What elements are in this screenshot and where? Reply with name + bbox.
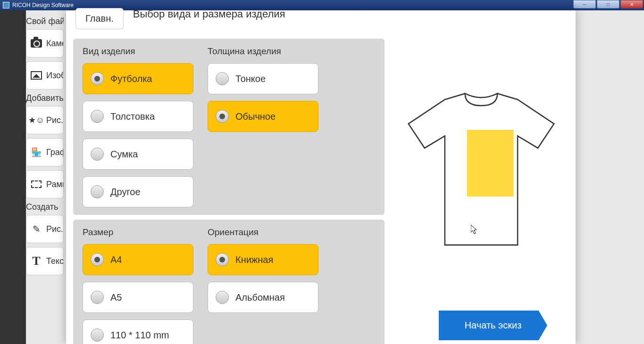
radio-icon xyxy=(216,110,229,123)
radio-normal[interactable]: Обычное xyxy=(208,101,318,132)
radio-icon xyxy=(91,291,104,304)
sidebar-section-add: Добавить xyxy=(26,93,64,103)
radio-icon xyxy=(91,147,104,161)
sidebar-btn-label: Графика xyxy=(46,147,64,157)
radio-icon xyxy=(91,328,104,342)
radio-icon xyxy=(91,72,104,85)
sidebar-btn-clipart[interactable]: ★☺ Рис. xyxy=(26,106,64,134)
store-icon: 🏪 xyxy=(30,147,42,157)
image-icon xyxy=(30,70,42,81)
orientation-heading: Ориентация xyxy=(208,227,318,238)
radio-thin[interactable]: Тонкое xyxy=(208,63,318,94)
sidebar-btn-frame[interactable]: Рамка xyxy=(26,170,64,198)
radio-a5[interactable]: A5 xyxy=(83,282,193,313)
radio-landscape[interactable]: Альбомная xyxy=(208,282,318,313)
product-type-heading: Вид изделия xyxy=(83,46,193,57)
radio-bag[interactable]: Сумка xyxy=(83,139,193,170)
sidebar-btn-label: Изображ. xyxy=(46,71,64,81)
sidebar: Свой файл Камера Изображ. Добавить ★☺ Ри… xyxy=(26,13,64,344)
radio-label: Другое xyxy=(110,187,141,197)
tshirt-collar xyxy=(465,93,498,106)
radio-other[interactable]: Другое xyxy=(83,176,193,207)
window-title: RICOH Design Software xyxy=(12,2,74,8)
sidebar-btn-label: Рамка xyxy=(46,180,64,189)
sidebar-section-own-file: Свой файл xyxy=(26,16,64,26)
product-preview xyxy=(396,43,566,293)
print-area-rect xyxy=(467,130,514,197)
radio-label: Альбомная xyxy=(235,292,285,303)
size-orientation-panel: Размер A4 A5 110 * 110 mm Ориен xyxy=(73,220,385,344)
radio-icon xyxy=(91,110,104,123)
radio-icon xyxy=(91,185,104,198)
modal-title: Выбор вида и размера изделия xyxy=(133,8,285,20)
radio-custom-size[interactable]: 110 * 110 mm xyxy=(83,319,193,344)
sidebar-btn-store[interactable]: 🏪 Графика xyxy=(26,138,64,166)
radio-tshirt[interactable]: Футболка xyxy=(83,63,193,94)
tab-main[interactable]: Главн. xyxy=(75,8,124,29)
radio-label: Тонкое xyxy=(235,74,266,84)
sidebar-btn-text[interactable]: T Текст xyxy=(26,247,64,275)
sidebar-btn-label: Рис. xyxy=(46,115,63,125)
sidebar-btn-label: Рис. xyxy=(46,224,63,234)
camera-icon xyxy=(30,38,42,49)
radio-label: Футболка xyxy=(110,74,152,84)
radio-label: 110 * 110 mm xyxy=(110,330,169,341)
pen-icon: ✎ xyxy=(30,224,42,234)
app-icon xyxy=(3,2,9,8)
tshirt-svg xyxy=(396,69,566,267)
text-icon: T xyxy=(30,256,42,266)
radio-icon xyxy=(216,291,229,304)
sidebar-section-create: Создать xyxy=(26,202,64,212)
product-setup-modal: Главн. Выбор вида и размера изделия Вид … xyxy=(66,10,576,344)
radio-label: Книжная xyxy=(235,254,273,265)
cursor-icon xyxy=(471,225,478,237)
window-controls: ─ □ ✕ xyxy=(573,0,644,10)
radio-label: Сумка xyxy=(110,149,138,160)
crop-icon xyxy=(30,179,42,189)
radio-portrait[interactable]: Книжная xyxy=(208,244,318,275)
size-heading: Размер xyxy=(83,227,193,238)
product-type-panel: Вид изделия Футболка Толстовка Сумка xyxy=(73,39,385,215)
thickness-heading: Толщина изделия xyxy=(208,46,318,57)
sidebar-btn-camera[interactable]: Камера xyxy=(26,29,64,57)
sidebar-btn-draw[interactable]: ✎ Рис. xyxy=(26,215,64,243)
maximize-button[interactable]: □ xyxy=(597,0,619,8)
radio-sweatshirt[interactable]: Толстовка xyxy=(83,101,193,132)
sidebar-btn-label: Камера xyxy=(46,39,64,49)
radio-label: A4 xyxy=(110,254,122,265)
radio-icon xyxy=(216,72,229,85)
start-sketch-button[interactable]: Начать эскиз xyxy=(439,311,547,340)
radio-a4[interactable]: A4 xyxy=(83,244,193,275)
radio-label: Толстовка xyxy=(110,111,155,122)
close-button[interactable]: ✕ xyxy=(620,0,643,8)
star-icon: ★☺ xyxy=(30,115,42,125)
minimize-button[interactable]: ─ xyxy=(573,0,596,8)
sidebar-btn-label: Текст xyxy=(46,256,64,266)
app-area: Свой файл Камера Изображ. Добавить ★☺ Ри… xyxy=(0,10,644,344)
radio-icon xyxy=(216,253,229,266)
radio-label: Обычное xyxy=(235,111,276,122)
radio-icon xyxy=(91,253,104,266)
radio-label: A5 xyxy=(110,292,122,303)
sidebar-btn-image[interactable]: Изображ. xyxy=(26,61,64,90)
